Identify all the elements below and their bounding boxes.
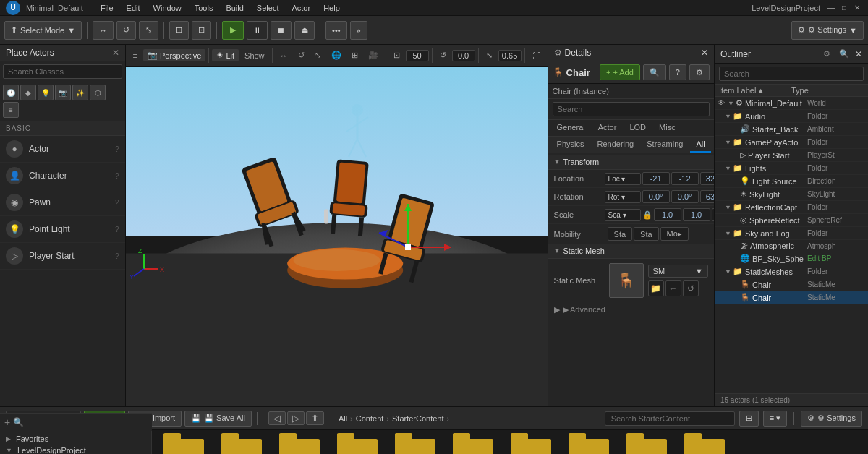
scale-y-input[interactable] [683,208,710,221]
transform-scale-button[interactable]: ⤡ [139,21,158,40]
menu-tools[interactable]: Tools [189,2,219,14]
grid-snap-value[interactable] [406,50,429,61]
expand-icon-8[interactable]: ▼ [725,204,731,211]
world-local-button[interactable]: 🌐 [327,49,346,61]
rotation-z-input[interactable] [700,190,715,203]
scale-snap-value[interactable] [498,50,522,61]
viewport-canvas[interactable]: X Z Y [126,67,548,406]
cb-all-label[interactable]: All [339,414,347,423]
place-actors-close-button[interactable]: ✕ [112,48,119,58]
settings-button[interactable]: ⚙ ⚙ Settings ▼ [791,21,864,40]
sm-browse-button[interactable]: 📁 [648,280,664,296]
actor-item-pawn[interactable]: ◉ Pawn ? [0,189,125,216]
close-button[interactable]: ✕ [852,3,862,13]
expand-icon-0[interactable]: ▼ [728,100,734,107]
tab-actor[interactable]: Actor [592,120,623,136]
advanced-row[interactable]: ▶ ▶ Advanced [548,302,714,317]
snap-button[interactable]: ⊞ [169,21,189,40]
folder-textures[interactable]: Textures [678,436,731,454]
folder-architecture[interactable]: Architecture [158,436,210,454]
rotation-dropdown[interactable]: Rot ▾ [605,191,641,203]
menu-edit[interactable]: Edit [121,2,146,14]
camera-speed-button[interactable]: 🎥 [364,49,383,61]
tree-item-reflection[interactable]: ▼ 📁 ReflectionCapt Folder [715,201,868,214]
folder-maps[interactable]: Maps [389,436,441,454]
expand-icon-3[interactable]: ▼ [725,139,731,146]
category-shapes-icon[interactable]: ◆ [20,85,36,100]
details-help-button[interactable]: ? [669,64,686,80]
menu-actor[interactable]: Actor [286,2,316,14]
content-browser-search-input[interactable] [605,411,735,426]
tree-item-audio[interactable]: ▼ 📁 Audio Folder [715,110,868,123]
tree-item-player-start[interactable]: ▶ ▷ Player Start PlayerSt [715,149,868,162]
perspective-button[interactable]: 📷 Perspective [143,49,205,61]
mobility-static-button[interactable]: Sta [608,227,633,241]
tab-streaming[interactable]: Streaming [641,137,689,153]
save-all-button[interactable]: 💾 💾 Save All [184,411,252,427]
category-recent-icon[interactable]: 🕐 [3,85,19,100]
tree-item-skylight[interactable]: ▶ ☀ SkyLight SkyLight [715,188,868,201]
expand-toolbar-button[interactable]: » [350,21,367,40]
search-in-details-button[interactable]: 🔍 [643,64,666,80]
tree-favorites[interactable]: ▶ Favorites [3,433,148,445]
more-options-button[interactable]: ••• [326,21,347,40]
actor-item-character[interactable]: 👤 Character ? [0,163,125,189]
tree-item-starter-back[interactable]: ▶ 🔊 Starter_Back Ambient [715,123,868,136]
grid-snap-toggle[interactable]: ⊡ [389,49,404,61]
tab-rendering[interactable]: Rendering [591,137,639,153]
col-header-type[interactable]: Type [791,86,864,95]
cb-view-options-button[interactable]: ≡ ▾ [763,411,787,427]
tree-leveldesign[interactable]: ▼ LevelDesignProject [3,445,148,454]
scale-mode-button[interactable]: ⤡ [310,49,326,61]
menu-build[interactable]: Build [220,2,249,14]
scale-snap-toggle[interactable]: ⤡ [482,49,497,61]
tree-item-static-meshes[interactable]: ▼ 📁 StaticMeshes Folder [715,265,868,278]
actor-item-point-light[interactable]: 💡 Point Light ? [0,216,125,243]
tree-item-minimal-default[interactable]: 👁 ▼ ⚙ Minimal_Default World [715,97,868,110]
category-all-classes-icon[interactable]: ≡ [3,102,19,118]
stop-button[interactable]: ⏹ [271,21,292,40]
eject-button[interactable]: ⏏ [294,21,315,40]
cb-startercontent-label[interactable]: StarterContent [392,414,444,423]
lit-button[interactable]: ☀ Lit [212,49,239,61]
tab-all[interactable]: All [690,137,710,153]
rotation-x-input[interactable] [642,190,670,203]
minimize-button[interactable]: — [826,3,836,13]
rotation-snap-value[interactable] [452,50,475,61]
pause-button[interactable]: ⏸ [247,21,268,40]
tree-item-atmospheric[interactable]: ▶ 🌫 Atmospheric Atmosph [715,240,868,252]
category-camera-icon[interactable]: 📷 [55,85,71,100]
category-volumes-icon[interactable]: ⬡ [90,85,106,100]
expand-icon-5[interactable]: ▼ [725,165,731,172]
scale-lock-icon[interactable]: 🔒 [642,210,652,220]
details-search-input[interactable] [553,102,710,116]
tree-item-bp-sky[interactable]: ▶ 🌐 BP_Sky_Sphe Edit BP [715,252,868,265]
static-mesh-name-badge[interactable]: SM_ ▼ [648,265,708,278]
actor-item-actor[interactable]: ● Actor ? [0,136,125,163]
static-mesh-section-header[interactable]: ▼ Static Mesh [548,244,714,259]
scale-dropdown[interactable]: Sca ▾ [605,209,641,221]
maximize-button[interactable]: □ [839,3,849,13]
transform-section-header[interactable]: ▼ Transform [548,155,714,170]
menu-help[interactable]: Help [318,2,346,14]
mobility-movable-button[interactable]: Mo▸ [660,227,689,241]
visibility-icon-0[interactable]: 👁 [718,99,725,107]
folder-audio[interactable]: Audio [216,436,268,454]
folder-particles[interactable]: Particles [505,436,557,454]
cb-content-label[interactable]: Content [356,414,384,423]
outliner-close-button[interactable]: ✕ [855,49,862,59]
sm-reset-button[interactable]: ↺ [683,280,699,296]
outliner-search-input[interactable] [719,67,864,81]
menu-select[interactable]: Select [251,2,285,14]
folder-materials[interactable]: Materials [447,436,499,454]
rotation-y-input[interactable] [671,190,699,203]
maximize-viewport-button[interactable]: ⛶ [528,50,545,61]
cb-up-button[interactable]: ⬆ [306,411,324,425]
sm-use-selected-button[interactable]: ← [665,280,681,296]
folder-hdri[interactable]: HDRi [331,436,383,454]
location-x-input[interactable] [642,172,670,185]
transform-translate-button[interactable]: ↔ [93,21,114,40]
mobility-stationary-button[interactable]: Sta [634,227,659,241]
tree-item-chair-1[interactable]: ▶ 🪑 Chair StaticMe [715,278,868,291]
scale-x-input[interactable] [654,208,681,221]
